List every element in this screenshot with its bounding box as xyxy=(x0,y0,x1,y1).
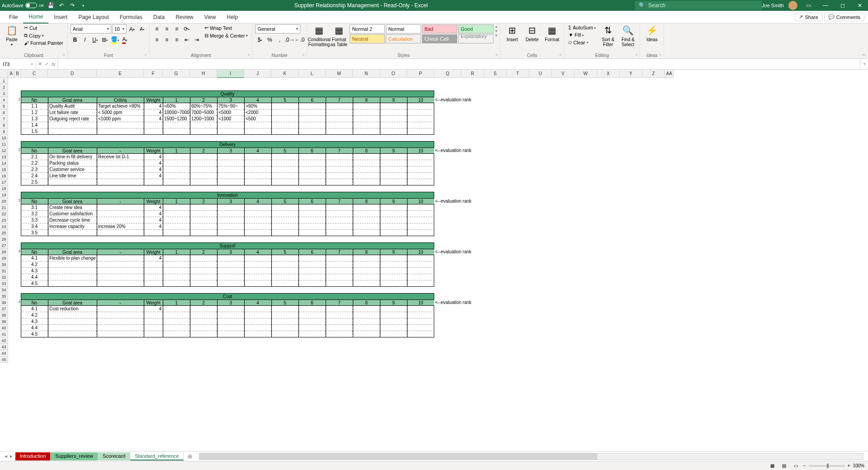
column-header[interactable]: P xyxy=(407,70,434,78)
style-calculation[interactable]: Calculation xyxy=(386,34,421,43)
cell[interactable]: Weight xyxy=(144,299,163,306)
cell[interactable] xyxy=(326,255,353,261)
font-name-select[interactable]: Arial▾ xyxy=(71,24,111,33)
cell[interactable]: 1 xyxy=(163,249,190,255)
percent-button[interactable]: % xyxy=(265,35,274,44)
column-header[interactable]: Z xyxy=(642,70,665,78)
cell[interactable]: - xyxy=(97,299,144,306)
cell[interactable]: 1200~1000 xyxy=(190,116,217,122)
sheet-nav-prev-icon[interactable]: ◄ xyxy=(4,454,8,459)
cell[interactable] xyxy=(163,154,190,160)
cell[interactable] xyxy=(244,312,271,318)
cell[interactable]: No xyxy=(21,198,48,204)
cell[interactable] xyxy=(407,306,434,312)
cell[interactable] xyxy=(353,280,380,287)
cell[interactable] xyxy=(217,211,244,217)
cell[interactable]: 4 xyxy=(244,198,271,204)
outline-toggle[interactable]: 3 xyxy=(14,198,21,204)
cell[interactable] xyxy=(163,255,190,261)
align-left-button[interactable]: ≡ xyxy=(152,35,161,44)
cell[interactable] xyxy=(144,318,163,325)
cell[interactable]: 10000~7000 xyxy=(163,109,190,116)
cell[interactable] xyxy=(271,331,299,337)
cell[interactable]: Decrease cycle time xyxy=(48,217,97,223)
cell[interactable] xyxy=(144,261,163,268)
cell[interactable]: Flexible to plan change xyxy=(48,255,97,261)
cell[interactable] xyxy=(271,109,299,116)
row-header[interactable]: 1 xyxy=(0,78,8,84)
cell[interactable] xyxy=(244,274,271,280)
cell[interactable] xyxy=(353,103,380,109)
cell[interactable]: Support xyxy=(21,242,434,249)
close-icon[interactable]: ✕ xyxy=(854,0,866,11)
cell[interactable] xyxy=(271,103,299,109)
cell[interactable]: 3 xyxy=(217,147,244,154)
align-middle-button[interactable]: ≡ xyxy=(162,24,171,33)
zoom-out-button[interactable]: − xyxy=(803,463,806,468)
cell[interactable] xyxy=(271,128,299,135)
row-header[interactable]: 20 xyxy=(0,198,8,204)
cell[interactable] xyxy=(326,154,353,160)
cell[interactable]: 9 xyxy=(380,147,407,154)
cell[interactable] xyxy=(299,109,326,116)
cell[interactable] xyxy=(271,179,299,185)
normal-view-button[interactable]: ▦ xyxy=(768,462,777,470)
cell[interactable] xyxy=(244,160,271,166)
cell[interactable] xyxy=(380,255,407,261)
cell[interactable]: 1 xyxy=(163,97,190,103)
column-header[interactable]: M xyxy=(326,70,353,78)
column-header[interactable]: T xyxy=(507,70,529,78)
cell[interactable] xyxy=(190,204,217,211)
cell[interactable] xyxy=(244,128,271,135)
cell[interactable] xyxy=(244,179,271,185)
row-header[interactable]: 8 xyxy=(0,122,8,128)
cell[interactable]: Goal area xyxy=(48,299,97,306)
column-header[interactable]: X xyxy=(597,70,620,78)
cell[interactable]: <--evaluation rank xyxy=(434,97,484,103)
cell[interactable] xyxy=(271,173,299,179)
sheet-tab-scorecard[interactable]: Scorecard xyxy=(98,452,130,461)
cell[interactable] xyxy=(299,274,326,280)
cell[interactable] xyxy=(299,217,326,223)
cell[interactable] xyxy=(163,179,190,185)
cell[interactable] xyxy=(217,223,244,230)
cell[interactable] xyxy=(190,331,217,337)
find-select-button[interactable]: 🔍Find & Select xyxy=(619,24,637,47)
cell[interactable]: <500 xyxy=(244,116,271,122)
cell[interactable] xyxy=(97,255,144,261)
cell[interactable]: Create new idea xyxy=(48,204,97,211)
cell[interactable] xyxy=(163,268,190,274)
name-box[interactable]: I73▾ xyxy=(0,59,36,69)
spreadsheet-grid[interactable]: ABCDEFGHIJKLMNOPQRSTUVWXYZAA 12345678910… xyxy=(0,70,868,451)
row-header[interactable]: 27 xyxy=(0,242,8,249)
copy-button[interactable]: ⧉Copy▾ xyxy=(23,32,65,39)
cell[interactable] xyxy=(190,122,217,128)
cell[interactable] xyxy=(299,116,326,122)
cell[interactable] xyxy=(326,173,353,179)
outline-toggle[interactable]: 1 xyxy=(14,97,21,103)
cell[interactable] xyxy=(190,280,217,287)
cell[interactable] xyxy=(353,204,380,211)
cell[interactable] xyxy=(144,280,163,287)
cell[interactable] xyxy=(299,325,326,331)
column-headers[interactable]: ABCDEFGHIJKLMNOPQRSTUVWXYZAA xyxy=(8,70,674,78)
cell[interactable] xyxy=(244,122,271,128)
cell[interactable] xyxy=(380,268,407,274)
cell[interactable] xyxy=(326,217,353,223)
cell[interactable]: Goal area xyxy=(48,249,97,255)
row-header[interactable]: 45 xyxy=(0,356,8,363)
cell[interactable] xyxy=(353,116,380,122)
cell[interactable]: <--evaluation rank xyxy=(434,299,484,306)
row-header[interactable]: 43 xyxy=(0,344,8,350)
comments-button[interactable]: 💬Comments xyxy=(824,13,864,21)
cell[interactable] xyxy=(163,204,190,211)
cell[interactable]: 8 xyxy=(353,147,380,154)
cell[interactable] xyxy=(271,280,299,287)
cell[interactable] xyxy=(144,274,163,280)
cell[interactable] xyxy=(271,211,299,217)
cell[interactable] xyxy=(353,154,380,160)
cell[interactable] xyxy=(380,103,407,109)
cell[interactable] xyxy=(244,331,271,337)
cell[interactable] xyxy=(97,274,144,280)
cell[interactable] xyxy=(353,261,380,268)
